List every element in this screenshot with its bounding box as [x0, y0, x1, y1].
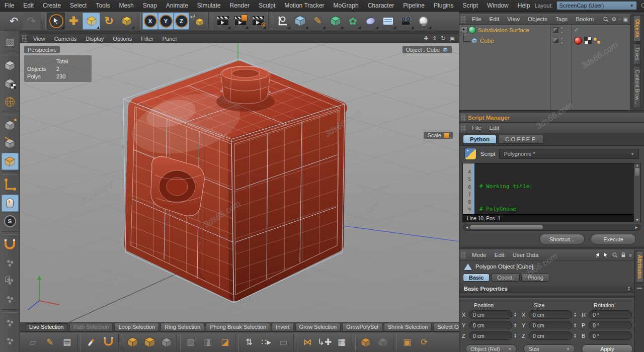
x-axis-lock[interactable]: X — [142, 13, 158, 30]
menu-pipeline[interactable]: Pipeline — [398, 2, 429, 9]
menu-motion-tracker[interactable]: Motion Tracker — [280, 2, 329, 9]
sculpt-mode-button[interactable]: ▨ — [2, 33, 19, 50]
visibility-dots[interactable] — [560, 26, 564, 34]
history-back-icon[interactable] — [594, 252, 600, 258]
invert-button[interactable]: Invert — [272, 323, 294, 331]
y-axis-lock[interactable]: Y — [158, 13, 174, 30]
spline-pen-button[interactable]: ✎ — [309, 13, 327, 30]
array-button[interactable]: ▣ — [398, 334, 416, 351]
snap-polygon-button[interactable] — [2, 291, 19, 308]
tab-python[interactable]: Python — [463, 135, 497, 144]
menu-tools[interactable]: Tools — [91, 2, 114, 9]
am-menu-mode[interactable]: Mode — [468, 252, 491, 258]
sm-menu-file[interactable]: File — [468, 125, 486, 131]
snap-settings-button[interactable]: S — [2, 213, 19, 230]
om-menu-bookmarks[interactable]: Bookm — [572, 16, 598, 22]
bridge-tool-button[interactable]: ▤ — [58, 334, 75, 351]
enable-snap-button[interactable] — [2, 195, 19, 212]
fold-button[interactable]: ◪ — [216, 334, 233, 351]
code-text[interactable]: # Working title: # PolyGnome # # Prototy… — [474, 163, 633, 222]
viewport-menu-options[interactable]: Options — [108, 36, 136, 42]
drag-grip[interactable] — [461, 252, 466, 258]
lock-icon[interactable] — [620, 252, 626, 258]
camera-button[interactable] — [397, 13, 415, 30]
knife-tool-button[interactable]: ▱ — [24, 334, 41, 351]
viewport-canvas[interactable]: Perspective Total Objects2 Polys230 Obje… — [20, 43, 459, 322]
uv-mode-button[interactable] — [2, 93, 19, 110]
tab-basic[interactable]: Basic — [463, 274, 490, 282]
stepper-icon[interactable]: ▲▼ — [572, 333, 578, 338]
edges-mode-button[interactable] — [2, 135, 19, 152]
magnet-tool-button[interactable] — [100, 334, 117, 351]
points-mode-button[interactable] — [2, 117, 19, 134]
texture-mode-button[interactable] — [2, 75, 19, 92]
maximize-view-icon[interactable]: ▣ — [450, 35, 455, 42]
live-selection-button[interactable]: Live Selection — [25, 323, 68, 331]
snap-spline-button[interactable] — [2, 314, 19, 331]
size-x-field[interactable]: 0 cm — [529, 310, 572, 319]
scroll-up-icon[interactable]: ▲ — [635, 163, 639, 167]
render-picture-viewer-button[interactable] — [231, 13, 249, 30]
stepper-icon[interactable]: ▲▼ — [572, 312, 578, 317]
scroll-right-icon[interactable]: ► — [634, 225, 638, 230]
menu-select[interactable]: Select — [65, 2, 91, 9]
menu-window[interactable]: Window — [482, 2, 513, 9]
grow-selection-button[interactable]: Grow Selection — [295, 323, 341, 331]
rotate-tool[interactable]: ↻ — [100, 13, 118, 30]
scroll-thumb[interactable] — [635, 168, 639, 176]
menu-script[interactable]: Script — [458, 2, 482, 9]
viewport[interactable]: View Cameras Display Options Filter Pane… — [20, 31, 459, 322]
render-view-button[interactable] — [214, 13, 231, 30]
brush-tool-button[interactable] — [83, 334, 100, 351]
tab-coffee[interactable]: C.O.F.F.E.E. — [498, 135, 544, 144]
rotate-view-icon[interactable]: ↻ — [441, 35, 445, 42]
execute-button[interactable]: Execute — [591, 234, 636, 244]
snap-grid-button[interactable] — [2, 332, 19, 349]
coordinate-system-toggle[interactable]: ⮠ — [189, 13, 207, 30]
model-mode-button[interactable] — [2, 57, 19, 74]
last-used-tool[interactable] — [118, 13, 135, 30]
move-tool[interactable]: ✚ — [65, 13, 83, 30]
redo-button[interactable]: ↷ — [23, 13, 40, 30]
drag-grip[interactable] — [461, 115, 466, 121]
script-dropdown[interactable]: Polygnome * ▼ — [499, 149, 639, 159]
code-editor[interactable]: 4 5 6 7 8 9 # Working title: # PolyGnome… — [462, 163, 641, 222]
extrude-button[interactable] — [124, 334, 141, 351]
tab-objects[interactable]: Objects — [634, 15, 641, 42]
scale-tool[interactable] — [83, 13, 100, 30]
array-source-button[interactable] — [374, 334, 391, 351]
polygons-mode-button[interactable] — [2, 153, 19, 170]
sm-menu-edit[interactable]: Edit — [486, 125, 504, 131]
iron-button[interactable]: ▭ — [275, 334, 292, 351]
viewport-menu-display[interactable]: Display — [81, 36, 108, 42]
om-menu-file[interactable]: File — [468, 16, 486, 22]
size-mode-dropdown[interactable]: Size▼ — [523, 344, 575, 352]
om-menu-objects[interactable]: Objects — [524, 16, 551, 22]
position-y-field[interactable]: 0 cm — [469, 321, 512, 329]
menu-edit[interactable]: Edit — [19, 2, 38, 9]
drag-grip[interactable] — [22, 35, 27, 42]
active-object-chip[interactable]: Object : Cube — [403, 46, 452, 53]
matrix-button[interactable]: ▦ — [333, 334, 350, 351]
tree-row-cube[interactable]: Cube — [459, 35, 630, 46]
stepper-icon[interactable]: ▲▼ — [572, 323, 578, 328]
menu-simulate[interactable]: Simulate — [193, 2, 225, 9]
magnet-snap-button[interactable] — [2, 236, 19, 253]
shrink-selection-button[interactable]: Shrink Selection — [384, 323, 432, 331]
menu-sculpt[interactable]: Sculpt — [254, 2, 280, 9]
camera-label[interactable]: Perspective — [24, 46, 60, 53]
am-menu-edit[interactable]: Edit — [491, 252, 509, 258]
mirror-tool-button[interactable]: ⋈ — [299, 334, 316, 351]
loop-selection-button[interactable]: Loop Selection — [114, 323, 159, 331]
phong-break-selection-button[interactable]: Phong Break Selection — [206, 323, 270, 331]
polygon-pen-button[interactable]: ✎ — [41, 334, 58, 351]
scroll-thumb[interactable] — [470, 225, 543, 229]
menu-plugins[interactable]: Plugins — [429, 2, 458, 9]
tree-row-subdivision-surface[interactable]: Subdivision Surface ✓ — [459, 25, 630, 35]
menu-create[interactable]: Create — [38, 2, 65, 9]
panel-menu-icon[interactable]: ▣ — [623, 17, 628, 22]
uvw-tag-icon[interactable] — [584, 37, 592, 44]
scale-hud-chip[interactable]: Scale — [424, 132, 453, 139]
split-button[interactable]: ⇅ — [240, 334, 258, 351]
weld-button[interactable]: ∷▸ — [258, 334, 275, 351]
